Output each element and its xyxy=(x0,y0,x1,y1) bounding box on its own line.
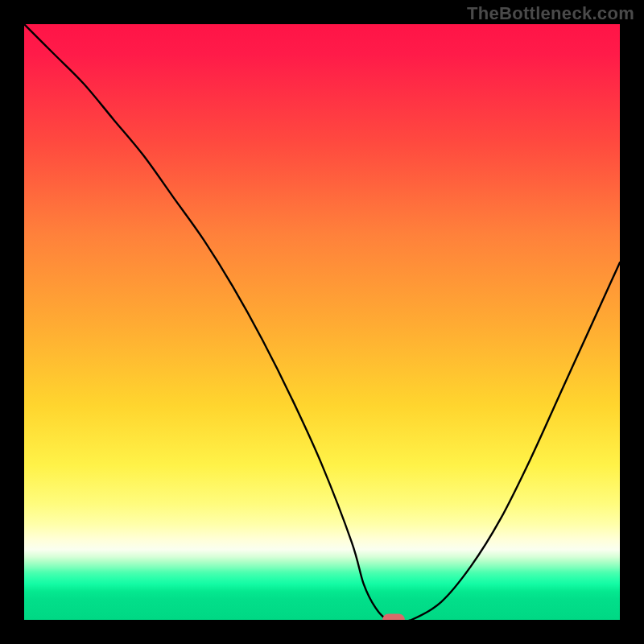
bottleneck-curve xyxy=(24,24,620,620)
watermark-text: TheBottleneck.com xyxy=(467,3,634,24)
plot-area xyxy=(24,24,620,620)
chart-frame: TheBottleneck.com xyxy=(0,0,644,644)
optimal-marker xyxy=(382,614,405,621)
curve-path xyxy=(24,24,620,620)
